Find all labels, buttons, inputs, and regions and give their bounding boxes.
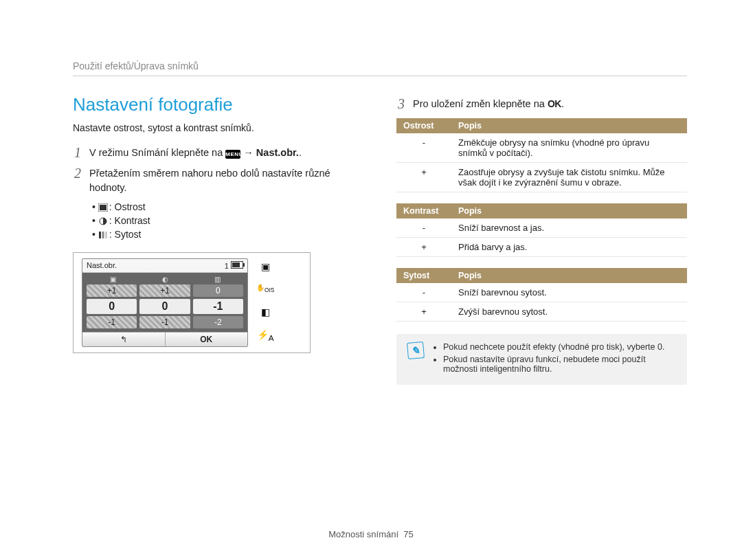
slider-row: +1 +1 0 — [87, 284, 243, 297]
step-number: 1 — [73, 146, 82, 159]
cell-desc: Přidá barvy a jas. — [451, 237, 687, 256]
cell-sign: + — [396, 302, 451, 321]
table-kontrast: Kontrast Popis - Sníží barevnost a jas. … — [396, 203, 687, 257]
note-icon: ✎ — [407, 341, 425, 359]
cell: -2 — [193, 316, 243, 328]
ok-button[interactable]: OK — [166, 333, 248, 346]
slider-row-active: 0 0 -1 — [87, 299, 243, 314]
list-item: : Ostrost — [92, 201, 363, 212]
bullet-text: : Sytost — [109, 229, 142, 240]
slider-row: -1 -1 -2 — [87, 316, 243, 328]
cell: -1 — [193, 299, 243, 314]
note-list: Pokud nechcete použít efekty (vhodné pro… — [432, 342, 677, 377]
table-row: + Zvýší barevnou sytost. — [396, 302, 687, 321]
saturation-icon: ▥ — [214, 276, 221, 283]
table-row: + Zaostřuje obrysy a zvyšuje tak čistotu… — [396, 162, 687, 192]
sharpness-icon — [98, 203, 108, 211]
back-button[interactable]: ↰ — [82, 333, 166, 346]
list-item: : Kontrast — [92, 215, 363, 226]
table-row: - Sníží barevnost a jas. — [396, 219, 687, 238]
sharpness-icon: ▣ — [110, 276, 116, 283]
cell-sign: - — [396, 283, 451, 302]
menu-icon: MENU — [225, 150, 240, 159]
property-list: : Ostrost : Kontrast : Sytost — [92, 201, 363, 240]
content-columns: Nastavení fotografie Nastavte ostrost, s… — [73, 94, 687, 385]
step1-arrow: → — [240, 147, 256, 158]
battery-icon — [231, 261, 243, 269]
contrast-icon: ◐ — [162, 276, 168, 283]
th-property: Kontrast — [396, 203, 451, 219]
svg-rect-1 — [100, 205, 106, 210]
cell-desc: Sníží barevnost a jas. — [451, 219, 687, 238]
cell: -1 — [139, 316, 190, 328]
note-item: Pokud nechcete použít efekty (vhodné pro… — [443, 342, 677, 352]
table-sytost: Sytost Popis - Sníží barevnou sytost. + … — [396, 268, 687, 322]
step-2: 2 Přetažením směrem nahoru nebo dolů nas… — [73, 166, 363, 194]
svg-rect-3 — [99, 232, 101, 238]
exposure-icon: ◧ — [256, 306, 274, 322]
step-body: Přetažením směrem nahoru nebo dolů nasta… — [89, 166, 363, 194]
table-row: + Přidá barvy a jas. — [396, 237, 687, 256]
step1-target: Nast.obr. — [256, 147, 299, 158]
ois-icon: ✋OIS — [256, 284, 274, 299]
step-number: 3 — [396, 97, 406, 111]
mode-icon: ▣ — [256, 261, 274, 276]
note-item: Pokud nastavíte úpravu funkcí, nebudete … — [443, 355, 677, 374]
step-body: V režimu Snímání klepněte na MENU → Nast… — [89, 146, 363, 159]
page-title: Nastavení fotografie — [73, 94, 363, 115]
screen-title: Nast.obr. — [87, 261, 117, 270]
table-row: - Sníží barevnou sytost. — [396, 283, 687, 302]
camera-screen-buttons: ↰ OK — [82, 332, 247, 346]
cell-desc: Zvýší barevnou sytost. — [451, 302, 687, 321]
right-column: 3 Pro uložení změn klepněte na OK. Ostro… — [396, 94, 687, 385]
step-3: 3 Pro uložení změn klepněte na OK. — [396, 97, 687, 111]
cell-sign: - — [396, 133, 451, 163]
step3-pre: Pro uložení změn klepněte na — [413, 98, 548, 109]
table-ostrost: Ostrost Popis - Změkčuje obrysy na snímk… — [396, 118, 687, 192]
slider-head-icons: ▣ ◐ ▥ — [87, 276, 243, 283]
cell-desc: Změkčuje obrysy na snímku (vhodné pro úp… — [451, 133, 687, 163]
cell-desc: Sníží barevnou sytost. — [451, 283, 687, 302]
screen-header-right: 1 — [225, 261, 243, 270]
camera-sliders: ▣ ◐ ▥ +1 +1 0 0 0 -1 — [82, 273, 247, 332]
bullet-text: : Kontrast — [109, 215, 150, 226]
cell: 0 — [193, 284, 243, 297]
camera-screen-illustration: Nast.obr. 1 ▣ ◐ ▥ +1 — [73, 252, 311, 353]
camera-side-icons: ▣ ✋OIS ◧ ⚡A — [256, 258, 274, 347]
cell-sign: + — [396, 162, 451, 192]
bullet-text: : Ostrost — [109, 201, 146, 212]
cell: 0 — [87, 299, 137, 314]
th-desc: Popis — [451, 203, 687, 219]
th-property: Ostrost — [396, 118, 451, 133]
manual-page: Použití efektů/Úprava snímků Nastavení f… — [0, 0, 742, 560]
th-desc: Popis — [451, 268, 687, 283]
step1-end: . — [299, 147, 302, 158]
step-body: Pro uložení změn klepněte na OK. — [413, 97, 687, 111]
table-row: - Změkčuje obrysy na snímku (vhodné pro … — [396, 133, 687, 163]
camera-screen-header: Nast.obr. 1 — [82, 259, 247, 273]
list-item: : Sytost — [92, 229, 363, 240]
svg-rect-4 — [102, 232, 104, 238]
page-footer: Možnosti snímání 75 — [0, 529, 742, 539]
th-property: Sytost — [396, 268, 451, 283]
ok-icon: OK — [548, 98, 561, 111]
breadcrumb: Použití efektů/Úprava snímků — [73, 60, 687, 76]
subtitle: Nastavte ostrost, sytost a kontrast sním… — [73, 122, 363, 133]
contrast-icon — [98, 216, 108, 225]
cell: 0 — [139, 299, 190, 314]
cell-sign: + — [396, 237, 451, 256]
step1-pre: V režimu Snímání klepněte na — [89, 147, 225, 158]
camera-screen: Nast.obr. 1 ▣ ◐ ▥ +1 — [82, 258, 248, 347]
svg-rect-5 — [105, 232, 107, 238]
cell-desc: Zaostřuje obrysy a zvyšuje tak čistotu s… — [451, 162, 687, 192]
footer-page: 75 — [403, 529, 413, 539]
note-box: ✎ Pokud nechcete použít efekty (vhodné p… — [396, 334, 687, 385]
step-number: 2 — [73, 166, 82, 194]
step-1: 1 V režimu Snímání klepněte na MENU → Na… — [73, 146, 363, 159]
saturation-icon — [98, 230, 108, 238]
flash-icon: ⚡A — [256, 329, 274, 344]
cell-sign: - — [396, 219, 451, 238]
cell: +1 — [139, 284, 190, 297]
screen-counter: 1 — [225, 262, 229, 270]
step3-end: . — [561, 98, 564, 109]
